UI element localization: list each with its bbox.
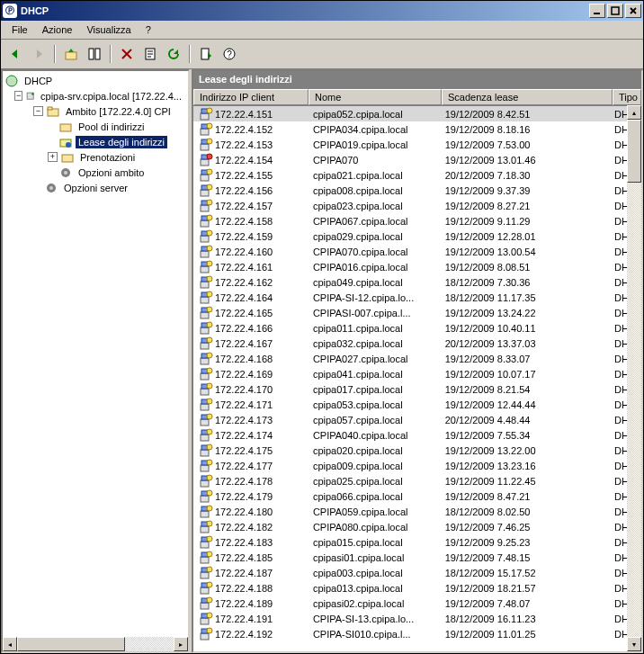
svg-point-48: [207, 230, 212, 236]
list-row[interactable]: 172.22.4.170cpipa017.cpipa.local19/12/20…: [193, 381, 641, 397]
list-row[interactable]: 172.22.4.183cpipa015.cpipa.local19/12/20…: [193, 534, 641, 550]
list-row[interactable]: 172.22.4.156cpipa008.cpipa.local19/12/20…: [193, 183, 641, 198]
toolbar: ?: [1, 40, 643, 69]
list-row[interactable]: 172.22.4.152CPIPA034.cpipa.local19/12/20…: [193, 121, 641, 137]
scroll-left-button[interactable]: ◂: [3, 637, 17, 651]
tree-server-options[interactable]: Opzioni server: [4, 180, 188, 195]
cell-expiry: 19/12/2009 13.24.22: [440, 308, 609, 318]
list-row[interactable]: 172.22.4.162cpipa049.cpipa.local18/12/20…: [193, 274, 641, 290]
tree-root[interactable]: DHCP: [4, 73, 188, 88]
col-header-exp[interactable]: Scadenza lease: [442, 89, 613, 105]
show-hide-tree-button[interactable]: [84, 43, 105, 65]
list-row[interactable]: 172.22.4.173cpipa057.cpipa.local20/12/20…: [193, 412, 641, 427]
list-row[interactable]: 172.22.4.169cpipa041.cpipa.local19/12/20…: [193, 366, 641, 381]
tree-scope[interactable]: − Ambito [172.22.4.0] CPI: [4, 103, 188, 119]
list-row[interactable]: 172.22.4.151cpipa052.cpipa.local19/12/20…: [193, 106, 641, 121]
minimize-button[interactable]: [589, 4, 605, 18]
svg-rect-121: [201, 618, 209, 624]
back-button[interactable]: [4, 43, 26, 65]
tree-h-scrollbar[interactable]: ◂ ▸: [3, 637, 188, 651]
list-row[interactable]: 172.22.4.157cpipa023.cpipa.local19/12/20…: [193, 198, 641, 213]
tree-server[interactable]: − cpipa-srv.cpipa.local [172.22.4...: [4, 88, 188, 103]
export-button[interactable]: [195, 43, 217, 65]
refresh-button[interactable]: [163, 43, 184, 65]
col-header-type[interactable]: Tipo: [613, 89, 641, 105]
list-row[interactable]: 172.22.4.161CPIPA016.cpipa.local19/12/20…: [193, 259, 641, 274]
list-row[interactable]: 172.22.4.171cpipa053.cpipa.local19/12/20…: [193, 397, 641, 412]
cell-expiry: 19/12/2009 7.48.15: [440, 552, 609, 563]
list-row[interactable]: 172.22.4.182CPIPA080.cpipa.local19/12/20…: [193, 519, 641, 534]
cell-ip: 172.22.4.170: [193, 382, 308, 397]
list-row[interactable]: 172.22.4.168CPIPA027.cpipa.local19/12/20…: [193, 351, 641, 366]
list-row[interactable]: 172.22.4.178cpipa025.cpipa.local19/12/20…: [193, 473, 641, 488]
list-row[interactable]: 172.22.4.192CPIPA-SI010.cpipa.l...19/12/…: [193, 626, 641, 641]
list-row[interactable]: 172.22.4.155cpipa021.cpipa.local20/12/20…: [193, 167, 641, 183]
cell-expiry: 19/12/2009 7.55.34: [440, 430, 609, 441]
cell-expiry: 19/12/2009 9.11.29: [440, 216, 609, 227]
menubar: File Azione Visualizza ?: [1, 21, 643, 40]
list-row[interactable]: 172.22.4.175cpipa020.cpipa.local19/12/20…: [193, 443, 641, 458]
menu-action[interactable]: Azione: [35, 22, 80, 37]
properties-button[interactable]: [139, 43, 161, 65]
tree-reservations[interactable]: + Prenotazioni: [4, 149, 188, 165]
menu-view[interactable]: Visualizza: [79, 22, 138, 37]
svg-point-24: [207, 108, 212, 113]
list-row[interactable]: 172.22.4.177cpipa009.cpipa.local19/12/20…: [193, 458, 641, 473]
forward-button[interactable]: [28, 43, 49, 65]
lease-icon: [199, 275, 213, 290]
list-row[interactable]: 172.22.4.191CPIPA-SI-13.cpipa.lo...18/12…: [193, 611, 641, 626]
tree-pool[interactable]: Pool di indirizzi: [4, 119, 188, 134]
svg-point-123: [207, 613, 212, 618]
list-row[interactable]: 172.22.4.187cpipa003.cpipa.local18/12/20…: [193, 565, 641, 580]
list-row[interactable]: 172.22.4.166cpipa011.cpipa.local19/12/20…: [193, 320, 641, 336]
list-row[interactable]: 172.22.4.158CPIPA067.cpipa.local19/12/20…: [193, 213, 641, 228]
cell-expiry: 19/12/2009 18.21.57: [440, 583, 609, 594]
tree-leases[interactable]: Lease degli indirizzi: [4, 134, 188, 149]
menu-help[interactable]: ?: [139, 22, 158, 37]
collapse-icon[interactable]: −: [33, 106, 43, 116]
svg-point-9: [6, 76, 17, 86]
list-row[interactable]: 172.22.4.160CPIPA070.cpipa.local19/12/20…: [193, 244, 641, 259]
svg-point-39: [207, 184, 212, 190]
scroll-right-button[interactable]: ▸: [174, 637, 188, 651]
list-row[interactable]: 172.22.4.189cpipasi02.cpipa.local19/12/2…: [193, 596, 641, 611]
list-row[interactable]: 172.22.4.179cpipa066.cpipa.local19/12/20…: [193, 488, 641, 504]
tree-scope-options[interactable]: Opzioni ambito: [4, 165, 188, 180]
cell-name: cpipasi01.cpipa.local: [308, 552, 440, 563]
svg-point-120: [207, 597, 212, 603]
list-row[interactable]: 172.22.4.159cpipa029.cpipa.local19/12/20…: [193, 228, 641, 244]
list-v-scrollbar[interactable]: ▴ ▾: [627, 105, 641, 651]
svg-point-90: [207, 444, 212, 450]
scroll-track[interactable]: [627, 120, 641, 637]
scroll-up-button[interactable]: ▴: [627, 105, 641, 120]
list-row[interactable]: 172.22.4.153CPIPA019.cpipa.local19/12/20…: [193, 137, 641, 152]
svg-rect-100: [201, 511, 209, 517]
cell-ip: 172.22.4.183: [193, 535, 308, 550]
list-row[interactable]: 172.22.4.154CPIPA07019/12/2009 13.01.46D…: [193, 152, 641, 167]
delete-button[interactable]: [116, 43, 138, 65]
list-row[interactable]: 172.22.4.165CPIPASI-007.cpipa.l...19/12/…: [193, 305, 641, 320]
list-row[interactable]: 172.22.4.167cpipa032.cpipa.local20/12/20…: [193, 336, 641, 351]
svg-rect-91: [201, 465, 209, 471]
collapse-icon[interactable]: −: [14, 91, 22, 101]
list-row[interactable]: 172.22.4.174CPIPA040.cpipa.local19/12/20…: [193, 427, 641, 443]
expand-icon[interactable]: +: [48, 152, 58, 162]
cell-ip: 172.22.4.152: [193, 122, 308, 137]
svg-rect-73: [201, 373, 209, 380]
list-row[interactable]: 172.22.4.164CPIPA-SI-12.cpipa.lo...18/12…: [193, 290, 641, 305]
close-button[interactable]: [625, 4, 641, 18]
list-row[interactable]: 172.22.4.180CPIPA059.cpipa.local18/12/20…: [193, 504, 641, 519]
maximize-button[interactable]: [607, 4, 623, 18]
help-button[interactable]: ?: [219, 43, 240, 65]
list-row[interactable]: 172.22.4.185cpipasi01.cpipa.local19/12/2…: [193, 550, 641, 565]
scroll-thumb[interactable]: [627, 120, 641, 183]
scroll-thumb[interactable]: [17, 637, 125, 651]
list-row[interactable]: 172.22.4.188cpipa013.cpipa.local19/12/20…: [193, 580, 641, 596]
col-header-ip[interactable]: Indirizzo IP client: [193, 89, 309, 105]
scroll-down-button[interactable]: ▾: [627, 637, 641, 651]
scroll-track[interactable]: [17, 637, 174, 651]
up-button[interactable]: [60, 43, 82, 65]
menu-file[interactable]: File: [4, 22, 35, 37]
cell-ip-text: 172.22.4.183: [215, 537, 273, 548]
col-header-name[interactable]: Nome: [309, 89, 442, 105]
